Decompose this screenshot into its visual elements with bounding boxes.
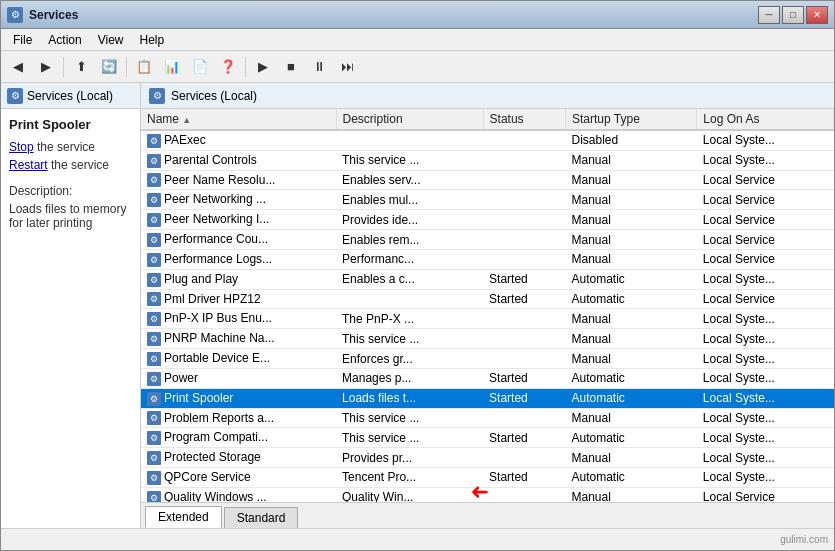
play-button[interactable]: ▶ — [250, 55, 276, 79]
stop-text: the service — [34, 140, 95, 154]
service-icon — [147, 193, 161, 207]
service-icon — [147, 312, 161, 326]
separator-3 — [245, 57, 246, 77]
table-row[interactable]: Problem Reports a...This service ...Manu… — [141, 408, 834, 428]
table-row[interactable]: Program Compati...This service ...Starte… — [141, 428, 834, 448]
maximize-button[interactable]: □ — [782, 6, 804, 24]
minimize-button[interactable]: ─ — [758, 6, 780, 24]
service-startup-cell: Automatic — [566, 428, 697, 448]
services-table-body: PAExecDisabledLocal Syste...Parental Con… — [141, 130, 834, 502]
service-status-cell — [483, 487, 565, 502]
back-button[interactable]: ◀ — [5, 55, 31, 79]
service-icon — [147, 233, 161, 247]
help-button[interactable]: ❓ — [215, 55, 241, 79]
close-button[interactable]: ✕ — [806, 6, 828, 24]
table-row[interactable]: PAExecDisabledLocal Syste... — [141, 130, 834, 150]
table-row[interactable]: Performance Cou...Enables rem...ManualLo… — [141, 230, 834, 250]
service-description-cell — [336, 130, 483, 150]
service-status-cell — [483, 448, 565, 468]
service-logon-cell: Local Syste... — [697, 309, 834, 329]
table-row[interactable]: Peer Networking I...Provides ide...Manua… — [141, 210, 834, 230]
properties-button[interactable]: 📄 — [187, 55, 213, 79]
panel-header: ⚙ Services (Local) — [141, 83, 834, 109]
service-status-cell: Started — [483, 388, 565, 408]
table-row[interactable]: Protected StorageProvides pr...ManualLoc… — [141, 448, 834, 468]
forward-button[interactable]: ▶ — [33, 55, 59, 79]
col-status[interactable]: Status — [483, 109, 565, 130]
col-startup[interactable]: Startup Type — [566, 109, 697, 130]
table-row[interactable]: PowerManages p...StartedAutomaticLocal S… — [141, 368, 834, 388]
service-icon — [147, 352, 161, 366]
col-name[interactable]: Name ▲ — [141, 109, 336, 130]
service-status-cell — [483, 408, 565, 428]
restart-link[interactable]: Restart — [9, 158, 48, 172]
table-row[interactable]: PNRP Machine Na...This service ...Manual… — [141, 329, 834, 349]
view-button[interactable]: 📊 — [159, 55, 185, 79]
sidebar-icon: ⚙ — [7, 88, 23, 104]
service-name-cell: Peer Name Resolu... — [141, 170, 336, 190]
header-row: Name ▲ Description Status Startup Type L… — [141, 109, 834, 130]
show-hide-button[interactable]: 📋 — [131, 55, 157, 79]
main-window: ⚙ Services ─ □ ✕ File Action View Help ◀… — [0, 0, 835, 551]
service-startup-cell: Automatic — [566, 289, 697, 309]
restart-button[interactable]: ⏭ — [334, 55, 360, 79]
table-row[interactable]: Quality Windows ...Quality Win...ManualL… — [141, 487, 834, 502]
services-table: Name ▲ Description Status Startup Type L… — [141, 109, 834, 502]
table-row[interactable]: Peer Name Resolu...Enables serv...Manual… — [141, 170, 834, 190]
table-row[interactable]: Print SpoolerLoads files t...StartedAuto… — [141, 388, 834, 408]
service-startup-cell: Manual — [566, 487, 697, 502]
up-button[interactable]: ⬆ — [68, 55, 94, 79]
service-status-cell — [483, 329, 565, 349]
restart-service-line: Restart the service — [9, 158, 132, 172]
col-logon[interactable]: Log On As — [697, 109, 834, 130]
service-icon — [147, 154, 161, 168]
service-description-cell: Quality Win... — [336, 487, 483, 502]
sidebar-header-label: Services (Local) — [27, 89, 113, 103]
service-startup-cell: Manual — [566, 190, 697, 210]
col-description[interactable]: Description — [336, 109, 483, 130]
menu-file[interactable]: File — [5, 31, 40, 49]
service-logon-cell: Local Syste... — [697, 388, 834, 408]
pause-button[interactable]: ⏸ — [306, 55, 332, 79]
table-row[interactable]: PnP-X IP Bus Enu...The PnP-X ...ManualLo… — [141, 309, 834, 329]
service-name-cell: Portable Device E... — [141, 349, 336, 369]
service-logon-cell: Local Service — [697, 289, 834, 309]
service-description-cell: Manages p... — [336, 368, 483, 388]
service-status-cell: Started — [483, 468, 565, 488]
table-row[interactable]: Pml Driver HPZ12StartedAutomaticLocal Se… — [141, 289, 834, 309]
service-startup-cell: Manual — [566, 150, 697, 170]
service-name-cell: Power — [141, 368, 336, 388]
service-logon-cell: Local Syste... — [697, 130, 834, 150]
table-row[interactable]: Plug and PlayEnables a c...StartedAutoma… — [141, 269, 834, 289]
services-container[interactable]: Name ▲ Description Status Startup Type L… — [141, 109, 834, 502]
table-row[interactable]: Peer Networking ...Enables mul...ManualL… — [141, 190, 834, 210]
service-status-cell: Started — [483, 269, 565, 289]
service-startup-cell: Automatic — [566, 468, 697, 488]
service-startup-cell: Automatic — [566, 269, 697, 289]
service-icon — [147, 392, 161, 406]
menu-view[interactable]: View — [90, 31, 132, 49]
table-row[interactable]: Performance Logs...Performanc...ManualLo… — [141, 249, 834, 269]
tab-standard[interactable]: Standard — [224, 507, 299, 528]
table-row[interactable]: Parental ControlsThis service ...ManualL… — [141, 150, 834, 170]
table-row[interactable]: Portable Device E...Enforces gr...Manual… — [141, 349, 834, 369]
refresh-button[interactable]: 🔄 — [96, 55, 122, 79]
service-icon — [147, 253, 161, 267]
tab-extended[interactable]: Extended — [145, 506, 222, 528]
service-name-cell: Pml Driver HPZ12 — [141, 289, 336, 309]
table-row[interactable]: QPCore ServiceTencent Pro...StartedAutom… — [141, 468, 834, 488]
window-title: Services — [29, 8, 78, 22]
stop-button[interactable]: ■ — [278, 55, 304, 79]
service-description-cell: Enables serv... — [336, 170, 483, 190]
menu-bar: File Action View Help — [1, 29, 834, 51]
service-status-cell: Started — [483, 428, 565, 448]
service-name-cell: Quality Windows ... — [141, 487, 336, 502]
service-icon — [147, 213, 161, 227]
stop-link[interactable]: Stop — [9, 140, 34, 154]
menu-help[interactable]: Help — [132, 31, 173, 49]
service-logon-cell: Local Syste... — [697, 150, 834, 170]
service-logon-cell: Local Syste... — [697, 368, 834, 388]
menu-action[interactable]: Action — [40, 31, 89, 49]
service-logon-cell: Local Syste... — [697, 349, 834, 369]
service-startup-cell: Manual — [566, 349, 697, 369]
